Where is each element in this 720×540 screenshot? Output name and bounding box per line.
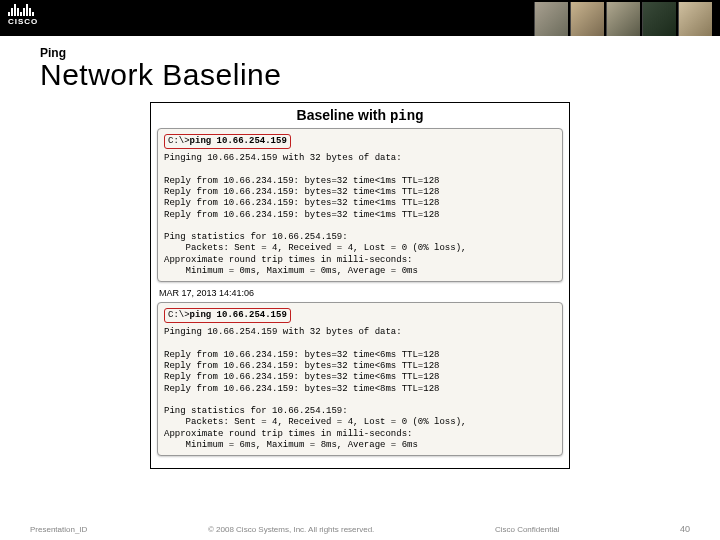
photo-thumb <box>570 2 604 36</box>
photo-thumb <box>642 2 676 36</box>
logo-text: CISCO <box>8 17 38 26</box>
prompt: C:\> <box>168 310 190 320</box>
slide-title: Network Baseline <box>40 58 680 92</box>
content-panel: Baseline with ping C:\>ping 10.66.254.15… <box>150 102 570 469</box>
command-text: ping 10.66.254.159 <box>190 310 287 320</box>
logo-bars-icon <box>8 2 34 16</box>
panel-title-mono: ping <box>390 108 424 124</box>
prompt: C:\> <box>168 136 190 146</box>
cisco-logo: CISCO <box>8 2 38 26</box>
top-bar: CISCO <box>0 0 720 36</box>
page-number: 40 <box>680 524 690 534</box>
terminal-output-2: Pinging 10.66.254.159 with 32 bytes of d… <box>164 327 556 451</box>
command-text: ping 10.66.254.159 <box>190 136 287 146</box>
timestamp: MAR 17, 2013 14:41:06 <box>159 288 563 298</box>
panel-title-text: Baseline with <box>297 107 390 123</box>
footer: Presentation_ID © 2008 Cisco Systems, In… <box>0 524 720 534</box>
terminal-box-2: C:\>ping 10.66.254.159 Pinging 10.66.254… <box>157 302 563 456</box>
command-line-1: C:\>ping 10.66.254.159 <box>164 134 291 149</box>
photo-strip <box>534 2 712 36</box>
photo-thumb <box>678 2 712 36</box>
photo-thumb <box>534 2 568 36</box>
footer-center: © 2008 Cisco Systems, Inc. All rights re… <box>208 525 374 534</box>
photo-thumb <box>606 2 640 36</box>
slide-header: Ping Network Baseline <box>0 36 720 96</box>
footer-right: Cisco Confidential <box>495 525 559 534</box>
terminal-output-1: Pinging 10.66.254.159 with 32 bytes of d… <box>164 153 556 277</box>
command-line-2: C:\>ping 10.66.254.159 <box>164 308 291 323</box>
panel-title: Baseline with ping <box>157 107 563 124</box>
terminal-box-1: C:\>ping 10.66.254.159 Pinging 10.66.254… <box>157 128 563 282</box>
footer-left: Presentation_ID <box>30 525 87 534</box>
